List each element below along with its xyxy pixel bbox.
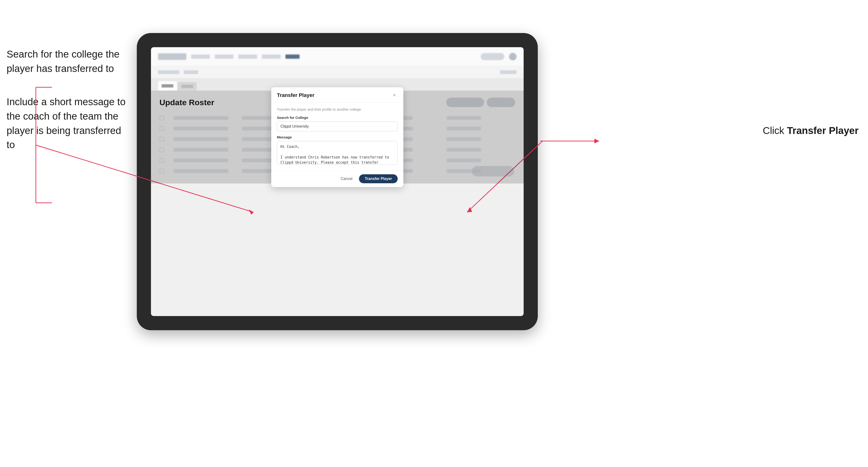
- tablet-frame: Update Roster: [137, 33, 538, 330]
- nav-item-active: [285, 55, 300, 59]
- sub-nav: [151, 66, 524, 78]
- message-label: Message: [277, 135, 398, 139]
- nav-right-btn: [481, 53, 504, 60]
- main-content: Update Roster: [151, 91, 524, 184]
- nav-item-4: [262, 55, 281, 59]
- college-input[interactable]: [277, 121, 398, 131]
- sub-nav-right: [500, 70, 517, 74]
- modal-subtitle: Transfer the player and their profile to…: [277, 107, 398, 111]
- nav-bar: [151, 47, 524, 66]
- transfer-player-modal: Transfer Player × Transfer the player an…: [271, 87, 403, 187]
- modal-body: Transfer the player and their profile to…: [271, 102, 403, 170]
- message-textarea[interactable]: Hi Coach, I understand Chris Robertson h…: [277, 141, 398, 165]
- annotation-search-text: Search for the college the player has tr…: [7, 47, 129, 76]
- nav-item-3: [238, 55, 257, 59]
- tab-2: [178, 82, 197, 91]
- sub-nav-item-2: [184, 70, 198, 74]
- nav-logo: [158, 53, 186, 60]
- annotation-message-text: Include a short message to the coach of …: [7, 95, 129, 152]
- annotation-right: Click Transfer Player: [763, 125, 859, 136]
- svg-marker-8: [594, 139, 599, 144]
- modal-title: Transfer Player: [277, 92, 314, 98]
- modal-close-button[interactable]: ×: [391, 92, 398, 99]
- annotation-left-top: Search for the college the player has tr…: [7, 47, 129, 152]
- transfer-player-button[interactable]: Transfer Player: [359, 174, 398, 183]
- modal-footer: Cancel Transfer Player: [271, 170, 403, 187]
- nav-avatar: [509, 53, 517, 60]
- tablet-screen: Update Roster: [151, 47, 524, 316]
- modal-header: Transfer Player ×: [271, 87, 403, 102]
- modal-overlay: Transfer Player × Transfer the player an…: [151, 91, 524, 184]
- sub-nav-item-1: [158, 70, 179, 74]
- nav-item-2: [215, 55, 234, 59]
- nav-item-1: [191, 55, 210, 59]
- college-label: Search for College: [277, 116, 398, 120]
- tab-active: [158, 81, 177, 91]
- annotation-right-text: Click Transfer Player: [763, 125, 859, 136]
- annotation-right-bold: Transfer Player: [787, 125, 859, 136]
- cancel-button[interactable]: Cancel: [337, 175, 356, 183]
